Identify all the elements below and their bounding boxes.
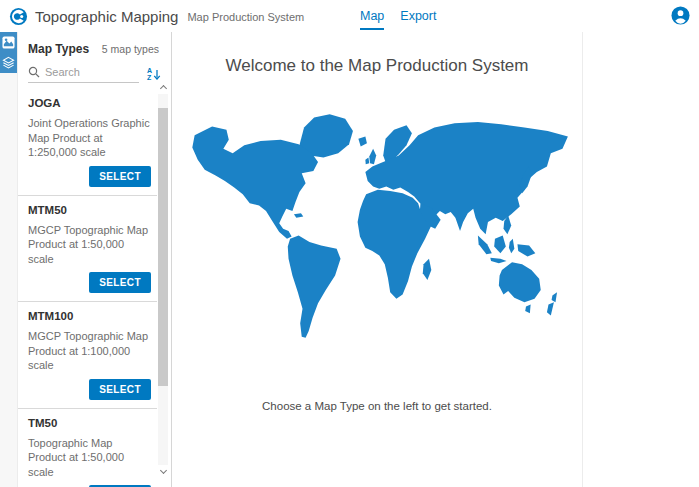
tab-export[interactable]: Export xyxy=(400,2,436,30)
panel-title: Map Types xyxy=(28,42,89,56)
map-type-description: Topographic Map Product at 1:50,000 scal… xyxy=(28,436,150,480)
sort-letter-z: Z xyxy=(147,75,152,82)
map-type-name: MTM50 xyxy=(28,204,155,216)
list-item-mtm100: MTM100 MGCP Topographic Map Product at 1… xyxy=(18,302,157,409)
select-button-mtm100[interactable]: SELECT xyxy=(89,379,151,400)
list-item-joga: JOGA Joint Operations Graphic Map Produc… xyxy=(18,89,157,196)
welcome-heading: Welcome to the Map Production System xyxy=(172,56,582,76)
app-title: Topographic Mapping xyxy=(35,8,178,25)
map-type-description: Joint Operations Graphic Map Product at … xyxy=(28,116,150,160)
list-item-tm50: TM50 Topographic Map Product at 1:50,000… xyxy=(18,409,157,487)
top-nav: Map Export xyxy=(360,0,436,32)
tool-strip xyxy=(0,32,18,487)
app-header: Topographic Mapping Map Production Syste… xyxy=(0,0,699,32)
map-type-list: JOGA Joint Operations Graphic Map Produc… xyxy=(18,89,171,487)
user-avatar-icon[interactable] xyxy=(671,6,690,25)
tab-map[interactable]: Map xyxy=(360,2,384,30)
map-type-description: MGCP Topographic Map Product at 1:50,000… xyxy=(28,223,150,267)
world-map-image xyxy=(183,102,571,380)
map-types-panel: Map Types 5 map types A Z xyxy=(18,32,171,487)
globe-logo-icon xyxy=(9,7,28,26)
sort-az-button[interactable]: A Z xyxy=(147,68,161,81)
main-content: Welcome to the Map Production System xyxy=(172,32,583,487)
map-type-description: MGCP Topographic Map Product at 1:100,00… xyxy=(28,329,150,373)
sidebar: Map Types 5 map types A Z xyxy=(0,32,172,487)
scroll-up-icon[interactable] xyxy=(158,82,168,92)
map-type-name: TM50 xyxy=(28,417,155,429)
scroll-down-icon[interactable] xyxy=(158,467,168,477)
select-button-mtm50[interactable]: SELECT xyxy=(89,272,151,293)
map-type-name: JOGA xyxy=(28,97,155,109)
search-input[interactable] xyxy=(45,66,123,78)
instruction-text: Choose a Map Type on the left to get sta… xyxy=(172,400,582,412)
map-view-tool-icon[interactable] xyxy=(2,35,16,49)
search-box xyxy=(28,66,139,83)
search-icon xyxy=(28,66,40,78)
scrollbar-thumb[interactable] xyxy=(158,108,168,386)
app-subtitle: Map Production System xyxy=(187,11,304,23)
map-type-count: 5 map types xyxy=(102,43,159,55)
list-item-mtm50: MTM50 MGCP Topographic Map Product at 1:… xyxy=(18,196,157,303)
select-button-joga[interactable]: SELECT xyxy=(89,166,151,187)
map-type-name: MTM100 xyxy=(28,310,155,322)
sidebar-scrollbar[interactable] xyxy=(158,94,168,465)
sort-arrow-down-icon xyxy=(153,69,161,80)
layers-tool-icon[interactable] xyxy=(2,55,16,69)
